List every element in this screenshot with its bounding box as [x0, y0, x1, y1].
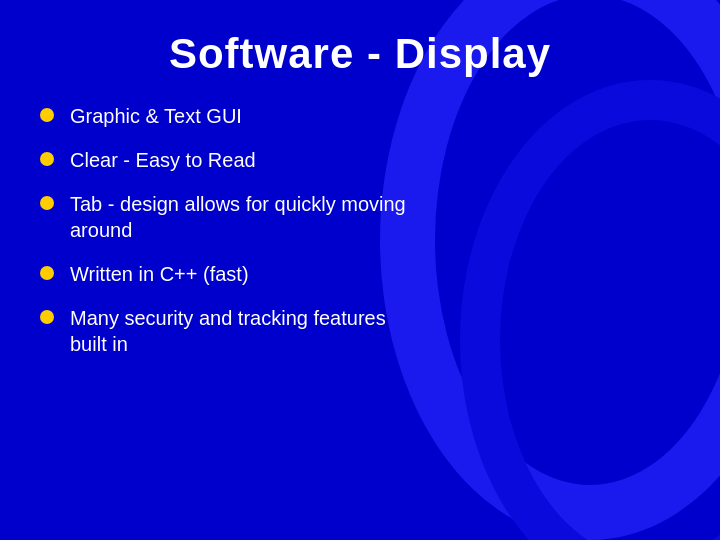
- list-item: Written in C++ (fast): [40, 261, 420, 287]
- slide-title-container: Software - Display: [0, 0, 720, 98]
- slide-content: Graphic & Text GUI Clear - Easy to Read …: [0, 98, 720, 357]
- list-item: Graphic & Text GUI: [40, 103, 420, 129]
- bullet-dot-icon: [40, 266, 54, 280]
- bullet-text-2: Clear - Easy to Read: [70, 147, 420, 173]
- bullet-text-3: Tab - design allows for quickly moving a…: [70, 191, 420, 243]
- bullet-dot-icon: [40, 310, 54, 324]
- bullet-text-1: Graphic & Text GUI: [70, 103, 420, 129]
- list-item: Many security and tracking features buil…: [40, 305, 420, 357]
- list-item: Tab - design allows for quickly moving a…: [40, 191, 420, 243]
- bullet-dot-icon: [40, 108, 54, 122]
- bullet-dot-icon: [40, 196, 54, 210]
- list-item: Clear - Easy to Read: [40, 147, 420, 173]
- bullet-dot-icon: [40, 152, 54, 166]
- slide: Software - Display Graphic & Text GUI Cl…: [0, 0, 720, 540]
- slide-title: Software - Display: [0, 30, 720, 78]
- bullet-text-5: Many security and tracking features buil…: [70, 305, 420, 357]
- bullet-text-4: Written in C++ (fast): [70, 261, 420, 287]
